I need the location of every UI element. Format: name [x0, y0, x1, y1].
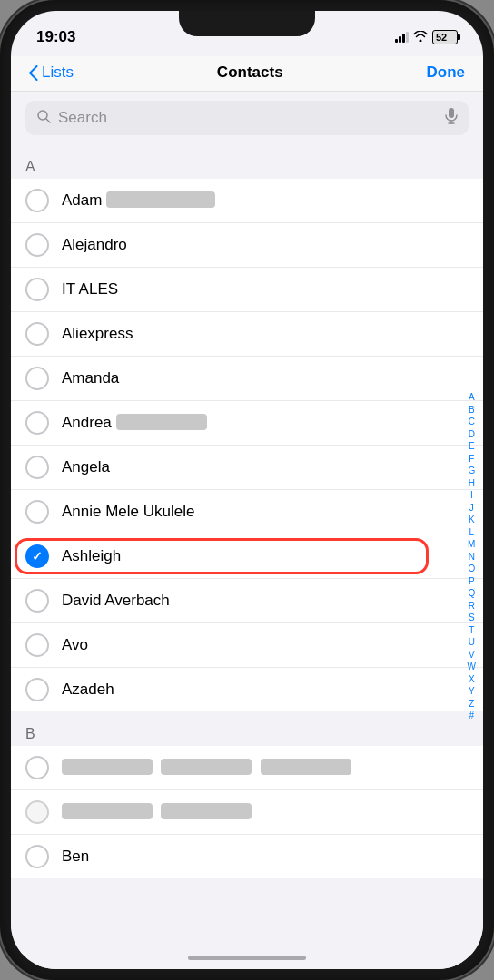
contact-item-alejandro[interactable]: Alejandro: [11, 223, 483, 268]
wifi-icon: [413, 30, 428, 44]
radio-amanda[interactable]: [25, 367, 49, 390]
radio-adam[interactable]: [25, 189, 49, 212]
battery-icon: 52: [432, 30, 458, 44]
alpha-g[interactable]: G: [464, 465, 479, 477]
alpha-p[interactable]: P: [464, 575, 479, 588]
alpha-k[interactable]: K: [464, 514, 479, 526]
contact-item-avo[interactable]: Avo: [11, 623, 483, 668]
nav-bar: Lists Contacts Done: [11, 56, 483, 92]
alpha-a[interactable]: A: [464, 391, 479, 404]
alpha-z[interactable]: Z: [464, 698, 479, 710]
alpha-h[interactable]: H: [464, 477, 479, 490]
battery-level: 52: [436, 32, 447, 43]
alpha-q[interactable]: Q: [464, 587, 479, 600]
search-icon: [36, 109, 51, 127]
done-button[interactable]: Done: [426, 64, 465, 82]
home-indicator: [188, 956, 306, 960]
radio-david-averbach[interactable]: [25, 589, 49, 612]
signal-bar-4: [406, 32, 409, 43]
alpha-m[interactable]: M: [464, 538, 479, 551]
radio-ashleigh[interactable]: [25, 544, 49, 568]
alpha-d[interactable]: D: [464, 428, 479, 441]
contact-name-ben: Ben: [62, 848, 469, 866]
signal-icon: [395, 32, 409, 43]
contact-item-b1[interactable]: [11, 746, 483, 790]
contact-item-ben[interactable]: Ben: [11, 835, 483, 878]
contact-name-adam-blurred: [106, 191, 215, 208]
contact-item-annie[interactable]: Annie Mele Ukulele: [11, 490, 483, 534]
phone-frame: 19:03: [0, 0, 494, 980]
search-bar[interactable]: Search: [25, 101, 469, 135]
contact-item-angela[interactable]: Angela: [11, 446, 483, 490]
contact-name-andrea-blurred: [116, 414, 207, 430]
radio-avo[interactable]: [25, 633, 49, 657]
nav-title: Contacts: [217, 64, 283, 82]
alpha-l[interactable]: L: [464, 526, 479, 539]
contact-item-david-averbach[interactable]: David Averbach: [11, 579, 483, 623]
alpha-b[interactable]: B: [464, 404, 479, 416]
radio-azadeh[interactable]: [25, 678, 49, 701]
radio-annie[interactable]: [25, 500, 49, 524]
signal-bar-3: [402, 34, 405, 43]
contact-name-it-ales: IT ALES: [62, 280, 469, 299]
signal-bar-2: [399, 36, 401, 43]
alpha-o[interactable]: O: [464, 563, 479, 575]
contact-name-aliexpress: Aliexpress: [62, 325, 469, 343]
radio-ben[interactable]: [25, 845, 49, 868]
back-button[interactable]: Lists: [29, 64, 74, 82]
section-header-a: A: [11, 144, 483, 179]
phone-screen: 19:03: [11, 11, 483, 969]
contact-item-andrea[interactable]: Andrea: [11, 401, 483, 446]
contact-item-adam[interactable]: Adam: [11, 179, 483, 223]
contact-name-andrea: Andrea: [62, 414, 469, 432]
status-icons: 52: [395, 30, 458, 44]
svg-rect-2: [449, 108, 454, 118]
alpha-c[interactable]: C: [464, 416, 479, 428]
alpha-r[interactable]: R: [464, 600, 479, 612]
contact-name-b1: [62, 759, 469, 777]
alpha-u[interactable]: U: [464, 636, 479, 649]
radio-b1[interactable]: [25, 756, 49, 779]
contact-name-ashleigh: Ashleigh: [62, 547, 469, 565]
contact-name-angela: Angela: [62, 458, 469, 476]
signal-bar-1: [395, 39, 398, 43]
alpha-hash[interactable]: #: [464, 710, 479, 722]
search-placeholder: Search: [58, 109, 438, 127]
alpha-e[interactable]: E: [464, 440, 479, 453]
contact-item-ashleigh[interactable]: Ashleigh: [11, 534, 483, 579]
mic-icon: [445, 108, 458, 128]
contact-item-b2[interactable]: [11, 790, 483, 835]
contact-item-it-ales[interactable]: IT ALES: [11, 268, 483, 312]
contact-name-avo: Avo: [62, 636, 469, 654]
contact-item-aliexpress[interactable]: Aliexpress: [11, 312, 483, 357]
contact-item-azadeh[interactable]: Azadeh: [11, 668, 483, 711]
section-header-b: B: [11, 711, 483, 746]
alpha-t[interactable]: T: [464, 624, 479, 637]
radio-alejandro[interactable]: [25, 233, 49, 257]
contact-list-b: Ben: [11, 746, 483, 878]
status-time: 19:03: [36, 28, 75, 46]
screen-content: Lists Contacts Done Search: [11, 56, 483, 969]
contacts-list-area: A Adam Alejandro: [11, 144, 483, 969]
radio-aliexpress[interactable]: [25, 322, 49, 346]
radio-b2[interactable]: [25, 800, 49, 824]
alpha-s[interactable]: S: [464, 612, 479, 624]
back-label: Lists: [42, 64, 74, 82]
alpha-v[interactable]: V: [464, 649, 479, 662]
contact-name-annie: Annie Mele Ukulele: [62, 503, 469, 521]
alpha-i[interactable]: I: [464, 489, 479, 502]
notch: [179, 11, 315, 36]
section-a: A Adam Alejandro: [11, 144, 483, 711]
radio-it-ales[interactable]: [25, 278, 49, 301]
radio-andrea[interactable]: [25, 411, 49, 435]
contact-name-alejandro: Alejandro: [62, 236, 469, 254]
alpha-x[interactable]: X: [464, 673, 479, 686]
alpha-j[interactable]: J: [464, 502, 479, 514]
radio-angela[interactable]: [25, 456, 49, 479]
alpha-y[interactable]: Y: [464, 685, 479, 698]
alpha-n[interactable]: N: [464, 551, 479, 564]
alpha-w[interactable]: W: [464, 661, 479, 673]
contact-list-a: Adam Alejandro IT ALES: [11, 179, 483, 711]
contact-item-amanda[interactable]: Amanda: [11, 357, 483, 401]
alpha-f[interactable]: F: [464, 453, 479, 466]
